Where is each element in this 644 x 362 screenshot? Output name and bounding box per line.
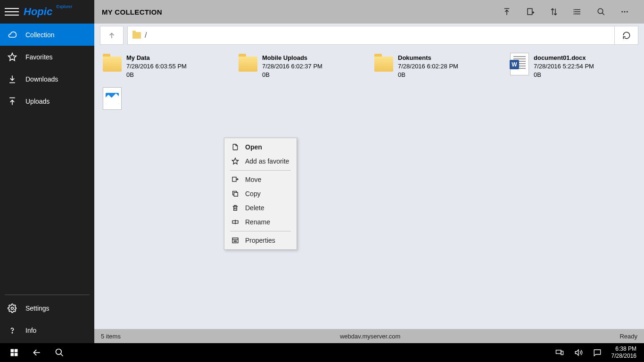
path-input[interactable]: / <box>127 26 615 45</box>
ctx-rename[interactable]: Rename <box>224 215 297 229</box>
path-crumb: / <box>145 31 147 40</box>
search-button[interactable] <box>589 0 613 24</box>
start-button[interactable] <box>3 343 25 362</box>
sidebar-item-uploads[interactable]: Uploads <box>0 90 94 112</box>
ctx-label: Copy <box>245 190 261 197</box>
file-item[interactable] <box>100 86 231 111</box>
view-list-button[interactable] <box>566 0 589 24</box>
path-up-button[interactable] <box>100 26 124 45</box>
upload-icon <box>8 97 17 106</box>
content-pane: My Data 7/28/2016 6:03:55 PM 0B Mobile U… <box>94 47 644 329</box>
folder-icon <box>238 54 258 74</box>
sidebar-item-label: Settings <box>25 304 50 312</box>
star-outline-icon <box>231 157 239 165</box>
item-date: 7/28/2016 5:22:54 PM <box>534 62 594 71</box>
svg-marker-31 <box>575 350 578 355</box>
tray-notifications-icon[interactable] <box>588 343 607 362</box>
status-items-count: 5 items <box>101 333 121 340</box>
ctx-label: Move <box>245 176 261 183</box>
taskbar-time: 6:38 PM <box>611 346 636 353</box>
ctx-add-favorite[interactable]: Add as favorite <box>224 154 297 168</box>
system-tray: 6:38 PM 7/28/2016 <box>550 343 641 362</box>
item-date: 7/28/2016 6:02:28 PM <box>398 62 458 71</box>
sidebar-item-downloads[interactable]: Downloads <box>0 68 94 90</box>
hamburger-icon[interactable] <box>5 5 19 19</box>
sort-button[interactable] <box>542 0 566 24</box>
item-size: 0B <box>126 71 187 79</box>
status-server: webdav.myserver.com <box>121 333 620 340</box>
back-button[interactable] <box>25 343 48 362</box>
ctx-label: Open <box>245 143 262 151</box>
item-size: 0B <box>262 71 322 79</box>
app-logo: Hopic Explorer <box>24 6 52 18</box>
ctx-label: Delete <box>245 204 264 212</box>
sidebar-item-label: Downloads <box>25 75 58 83</box>
sidebar-item-settings[interactable]: Settings <box>0 297 94 319</box>
sidebar-item-info[interactable]: Info <box>0 319 94 341</box>
titlebar: MY COLLECTION <box>94 0 644 24</box>
svg-rect-26 <box>15 353 18 356</box>
gear-icon <box>8 304 17 313</box>
item-name: My Data <box>126 54 187 62</box>
sidebar-bottom: Settings Info <box>0 297 94 343</box>
folder-mini-icon <box>132 32 141 39</box>
sidebar-divider <box>5 295 90 295</box>
file-item[interactable]: W document01.docx 7/28/2016 5:22:54 PM 0… <box>507 52 638 82</box>
svg-line-11 <box>602 13 604 15</box>
refresh-button[interactable] <box>615 26 638 45</box>
svg-point-27 <box>56 349 62 355</box>
svg-point-1 <box>11 307 14 309</box>
star-icon <box>8 52 17 62</box>
item-date: 7/28/2016 6:02:37 PM <box>262 62 322 71</box>
pathbar: / <box>94 24 644 47</box>
app-window: Hopic Explorer Collection Favorites <box>0 0 644 343</box>
item-info: My Data 7/28/2016 6:03:55 PM 0B <box>126 54 187 80</box>
trash-icon <box>231 204 239 212</box>
ctx-label: Rename <box>245 218 270 226</box>
sidebar-item-favorites[interactable]: Favorites <box>0 46 94 68</box>
ctx-delete[interactable]: Delete <box>224 201 297 215</box>
ctx-open[interactable]: Open <box>224 140 297 154</box>
svg-rect-3 <box>528 8 532 15</box>
item-date: 7/28/2016 6:03:55 PM <box>126 62 187 71</box>
ctx-properties[interactable]: Properties <box>224 233 297 247</box>
more-button[interactable] <box>613 0 636 24</box>
svg-point-10 <box>598 8 603 14</box>
upload-to-top-button[interactable] <box>495 0 519 24</box>
svg-rect-30 <box>561 351 563 355</box>
svg-point-12 <box>622 11 623 12</box>
sidebar: Hopic Explorer Collection Favorites <box>0 0 94 343</box>
tray-device-icon[interactable] <box>550 343 569 362</box>
download-icon <box>8 74 17 84</box>
new-item-button[interactable] <box>519 0 542 24</box>
ctx-move[interactable]: Move <box>224 173 297 187</box>
taskbar-clock[interactable]: 6:38 PM 7/28/2016 <box>607 346 641 360</box>
docx-icon: W <box>509 54 530 74</box>
svg-rect-25 <box>11 353 14 356</box>
status-bar: 5 items webdav.myserver.com Ready <box>94 329 644 343</box>
ctx-separator <box>230 231 291 231</box>
question-icon <box>8 326 17 335</box>
sidebar-item-collection[interactable]: Collection <box>0 24 94 46</box>
folder-icon <box>102 54 123 74</box>
svg-point-7 <box>574 9 574 10</box>
ctx-copy[interactable]: Copy <box>224 187 297 201</box>
status-ready: Ready <box>619 333 637 340</box>
folder-item[interactable]: My Data 7/28/2016 6:03:55 PM 0B <box>100 52 231 82</box>
ctx-separator <box>230 170 291 171</box>
folder-item[interactable]: Mobile Uploads 7/28/2016 6:02:37 PM 0B <box>236 52 367 82</box>
search-task-button[interactable] <box>48 343 71 362</box>
copy-icon <box>231 189 239 198</box>
item-info: Mobile Uploads 7/28/2016 6:02:37 PM 0B <box>262 54 322 80</box>
taskbar-date: 7/28/2016 <box>611 353 636 360</box>
svg-point-8 <box>574 12 574 12</box>
main: MY COLLECTION <box>94 0 644 343</box>
svg-point-13 <box>624 11 625 12</box>
folder-item[interactable]: Dokuments 7/28/2016 6:02:28 PM 0B <box>372 52 503 82</box>
tray-volume-icon[interactable] <box>569 343 588 362</box>
page-title: MY COLLECTION <box>102 8 162 16</box>
svg-rect-23 <box>11 349 14 353</box>
taskbar: 6:38 PM 7/28/2016 <box>0 343 644 362</box>
item-info: document01.docx 7/28/2016 5:22:54 PM 0B <box>534 54 594 80</box>
item-size: 0B <box>398 71 458 79</box>
